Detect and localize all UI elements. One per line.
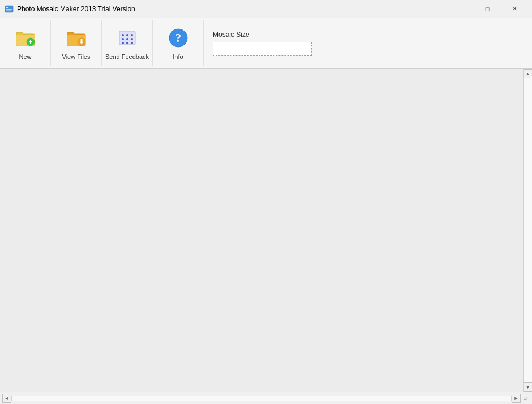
view-files-icon xyxy=(65,27,88,51)
mosaic-size-label: Mosaic Size xyxy=(213,31,312,39)
maximize-button[interactable]: □ xyxy=(474,0,500,18)
svg-point-12 xyxy=(126,34,128,36)
scroll-right-arrow[interactable]: ► xyxy=(512,394,521,403)
svg-rect-3 xyxy=(6,10,11,11)
mosaic-size-input[interactable] xyxy=(213,42,312,56)
svg-text:?: ? xyxy=(175,32,181,44)
content-area xyxy=(0,69,523,392)
svg-point-16 xyxy=(131,38,133,40)
svg-rect-2 xyxy=(6,9,12,10)
svg-rect-1 xyxy=(6,7,8,8)
window-title: Photo Mosaic Maker 2013 Trial Version xyxy=(17,5,135,13)
svg-rect-9 xyxy=(80,39,82,42)
toolbar-new-button[interactable]: New xyxy=(0,20,51,66)
title-bar-left: Photo Mosaic Maker 2013 Trial Version xyxy=(5,5,135,14)
scroll-track-right[interactable] xyxy=(524,78,532,382)
svg-point-11 xyxy=(122,34,124,36)
svg-point-14 xyxy=(122,38,124,40)
svg-point-13 xyxy=(131,34,133,36)
send-feedback-icon xyxy=(116,27,139,51)
close-button[interactable]: ✕ xyxy=(501,0,527,18)
title-bar: Photo Mosaic Maker 2013 Trial Version — … xyxy=(0,0,532,18)
info-icon: ? xyxy=(167,27,190,51)
right-scrollbar: ▲ ▼ xyxy=(523,69,532,392)
scroll-left-arrow[interactable]: ◄ xyxy=(2,394,11,403)
scroll-track-bottom[interactable] xyxy=(11,396,512,401)
toolbar-send-feedback-button[interactable]: Send Feedback xyxy=(102,20,153,66)
toolbar-view-files-button[interactable]: View Files xyxy=(51,20,102,66)
main-content: ▲ ▼ xyxy=(0,69,532,392)
info-label: Info xyxy=(173,53,183,60)
svg-rect-6 xyxy=(30,40,31,44)
status-bar: ◄ ► ⊿ xyxy=(0,392,532,404)
svg-point-18 xyxy=(126,42,128,44)
window-controls: — □ ✕ xyxy=(447,0,527,18)
mosaic-section: Mosaic Size xyxy=(204,20,321,66)
new-icon xyxy=(14,27,37,51)
new-label: New xyxy=(19,53,31,60)
send-feedback-label: Send Feedback xyxy=(105,53,149,60)
svg-point-15 xyxy=(126,38,128,40)
app-icon xyxy=(5,5,14,14)
minimize-button[interactable]: — xyxy=(447,0,473,18)
toolbar: New View Files xyxy=(0,18,532,69)
svg-point-17 xyxy=(122,42,124,44)
toolbar-info-button[interactable]: ? Info xyxy=(153,20,204,66)
view-files-label: View Files xyxy=(62,53,91,60)
scroll-down-arrow[interactable]: ▼ xyxy=(524,382,533,392)
scroll-corner: ⊿ xyxy=(521,394,530,403)
scroll-up-arrow[interactable]: ▲ xyxy=(524,69,533,78)
svg-point-19 xyxy=(131,42,133,44)
